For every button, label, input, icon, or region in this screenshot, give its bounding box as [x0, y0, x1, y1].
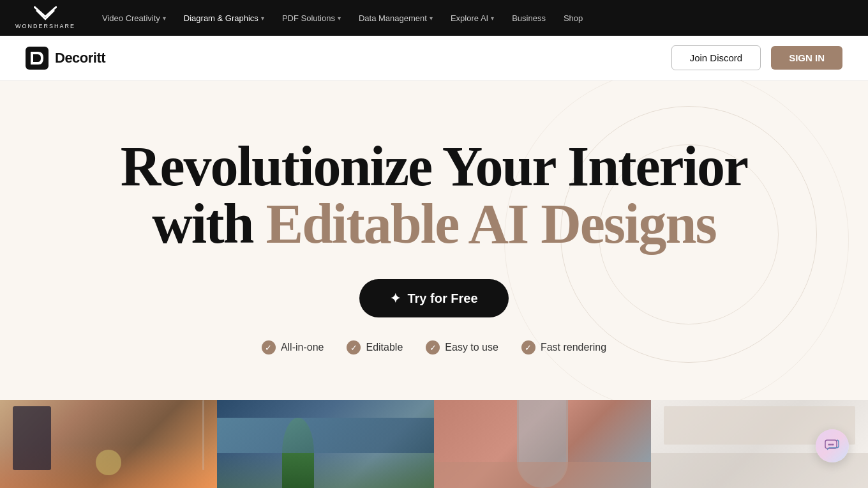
chevron-down-icon: ▾	[338, 15, 341, 22]
top-navigation: wondershare Video Creativity ▾ Diagram &…	[0, 0, 868, 36]
check-icon: ✓	[262, 340, 276, 355]
feature-fast-rendering: ✓ Fast rendering	[521, 340, 606, 355]
feature-label: Editable	[366, 342, 403, 353]
svg-point-2	[828, 444, 830, 446]
gallery-item-2[interactable]	[217, 400, 434, 488]
gallery-item-3[interactable]	[434, 400, 651, 488]
nav-item-video-creativity[interactable]: Video Creativity ▾	[96, 10, 172, 27]
hero-title-prefix: with	[152, 193, 266, 255]
feature-all-in-one: ✓ All-in-one	[262, 340, 324, 355]
nav-item-shop[interactable]: Shop	[557, 10, 589, 27]
nav-item-diagram-graphics[interactable]: Diagram & Graphics ▾	[177, 10, 271, 27]
hero-title-line1: Revolutionize Your Interior	[121, 139, 747, 195]
top-nav-items: Video Creativity ▾ Diagram & Graphics ▾ …	[96, 10, 853, 27]
chat-support-button[interactable]	[816, 429, 849, 462]
decoritt-logo[interactable]: Decoritt	[26, 47, 105, 70]
hero-cta: ✦ Try for Free	[359, 279, 508, 317]
nav-item-pdf-solutions[interactable]: PDF Solutions ▾	[276, 10, 347, 27]
try-free-button[interactable]: ✦ Try for Free	[359, 279, 508, 317]
feature-easy-to-use: ✓ Easy to use	[426, 340, 498, 355]
gallery-item-1[interactable]	[0, 400, 217, 488]
decoritt-brand-text: Decoritt	[55, 50, 105, 66]
check-icon: ✓	[521, 340, 535, 355]
sign-in-button[interactable]: SIGN IN	[771, 46, 842, 70]
chevron-down-icon: ▾	[261, 15, 264, 22]
feature-label: Easy to use	[445, 342, 498, 353]
chevron-down-icon: ▾	[430, 15, 433, 22]
chevron-down-icon: ▾	[491, 15, 494, 22]
feature-label: All-in-one	[281, 342, 324, 353]
sec-nav-actions: Join Discord SIGN IN	[671, 45, 842, 70]
gallery-strip	[0, 400, 868, 488]
try-free-label: Try for Free	[407, 291, 477, 306]
svg-point-3	[830, 444, 832, 446]
hero-title-line2: with Editable AI Designs	[121, 195, 747, 254]
hero-title-accent: Editable AI Designs	[266, 193, 715, 255]
ws-brand-text: wondershare	[15, 23, 75, 29]
hero-features: ✓ All-in-one ✓ Editable ✓ Easy to use ✓ …	[262, 340, 606, 355]
wondershare-logo[interactable]: wondershare	[15, 6, 75, 29]
hero-section: Revolutionize Your Interior with Editabl…	[0, 80, 868, 400]
secondary-navigation: Decoritt Join Discord SIGN IN	[0, 36, 868, 80]
check-icon: ✓	[347, 340, 361, 355]
join-discord-button[interactable]: Join Discord	[671, 45, 761, 70]
sparkle-icon: ✦	[390, 291, 401, 306]
nav-item-data-management[interactable]: Data Management ▾	[352, 10, 439, 27]
feature-label: Fast rendering	[541, 342, 606, 353]
hero-title: Revolutionize Your Interior with Editabl…	[121, 139, 747, 254]
nav-item-business[interactable]: Business	[505, 10, 552, 27]
check-icon: ✓	[426, 340, 440, 355]
feature-editable: ✓ Editable	[347, 340, 403, 355]
svg-point-4	[832, 444, 834, 446]
nav-item-explore-ai[interactable]: Explore AI ▾	[444, 10, 500, 27]
chevron-down-icon: ▾	[163, 15, 166, 22]
